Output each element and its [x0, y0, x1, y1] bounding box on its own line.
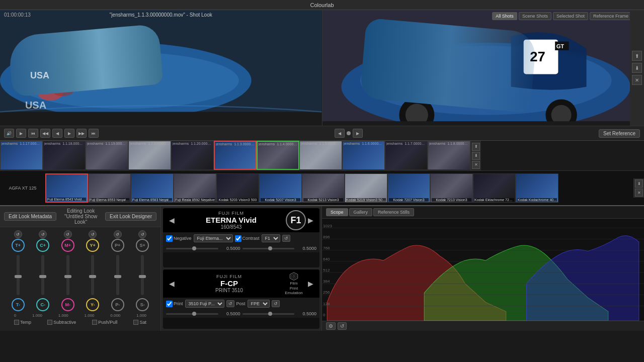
timeline-clip-5[interactable]: jensharms_1.1.3.00000000.mov [214, 141, 257, 170]
back-frame-btn[interactable]: ◀◀ [40, 129, 50, 138]
film-thumb-11[interactable]: Kodak Kodachrome 40... [516, 173, 558, 203]
knob-c[interactable]: C+ [36, 239, 49, 252]
film-thumb-6[interactable]: Kodak 5213 Vision3 [302, 173, 345, 203]
knob-p-reset[interactable]: ↺ [114, 230, 122, 238]
post-slider[interactable] [243, 313, 295, 315]
filmstrip-icon-2[interactable]: ✕ [635, 189, 643, 197]
timeline-indicator[interactable] [347, 131, 351, 135]
slider-m-thumb[interactable] [64, 275, 71, 278]
knob-m[interactable]: M+ [61, 239, 74, 252]
slider-m-track[interactable] [66, 255, 69, 295]
scope-settings-btn[interactable]: ⚙ [326, 322, 336, 330]
timeline-clip-4[interactable]: jensharms_1.1.20.00000000.mov [171, 141, 214, 170]
film-negative-slider[interactable] [166, 248, 218, 249]
edit-look-metadata-btn[interactable]: Edit Look Metadata [4, 212, 56, 221]
checkbox-temp-box[interactable] [14, 320, 19, 325]
film-nav-right[interactable]: ▶ [306, 216, 315, 224]
film-thumb-4[interactable]: Kodak 5203 Vision3 500 [216, 173, 259, 203]
knob-m2[interactable]: M- [61, 298, 74, 311]
knob-y[interactable]: Y+ [86, 239, 99, 252]
film-thumb-0[interactable]: Fuji Eterna 8543 Vivid Neg... [45, 173, 88, 203]
timeline-icon-1[interactable]: ⬆ [472, 143, 480, 151]
knob-y2[interactable]: Y- [86, 298, 99, 311]
knob-t[interactable]: T+ [12, 239, 25, 252]
checkbox-sat-box[interactable] [133, 320, 138, 325]
skip-start-btn[interactable]: ⏮ [28, 129, 38, 138]
print-print-refresh[interactable]: ↺ [226, 300, 234, 307]
film-negative-slider-thumb[interactable] [192, 246, 196, 250]
scope-refresh-btn[interactable]: ↺ [338, 322, 347, 330]
film-contrast-refresh[interactable]: ↺ [282, 235, 290, 242]
film-negative-select[interactable]: Fuji Eterna... [194, 234, 233, 242]
checkbox-subtractive-box[interactable] [47, 320, 52, 325]
set-reference-btn[interactable]: Set Reference [599, 129, 640, 138]
slider-t-track[interactable] [17, 255, 20, 295]
knob-s[interactable]: S+ [136, 239, 149, 252]
print-print-check[interactable] [166, 301, 173, 307]
film-thumb-5[interactable]: Kodak 5207 Vision3 [259, 173, 302, 203]
film-thumb-1[interactable]: Fuji Eterna 8553 Negative [88, 173, 131, 203]
next-frame-btn[interactable]: ▶▶ [76, 129, 87, 138]
slider-p-thumb[interactable] [114, 275, 121, 278]
tab-selected-shot[interactable]: Selected Shot [553, 12, 588, 20]
slider-y-thumb[interactable] [89, 275, 96, 278]
knob-t-reset[interactable]: ↺ [14, 230, 22, 238]
slider-c-track[interactable] [41, 255, 44, 295]
knob-t2[interactable]: T- [12, 298, 25, 311]
film-contrast-select[interactable]: F1 [262, 234, 280, 242]
film-thumb-2[interactable]: Fuji Eterna 8583 Negative [131, 173, 174, 203]
film-nav-left[interactable]: ◀ [167, 216, 177, 224]
knob-y-reset[interactable]: ↺ [89, 230, 97, 238]
forward-btn[interactable]: ▶ [16, 129, 26, 138]
print-nav-right[interactable]: ▶ [306, 280, 315, 288]
tab-reference-frame[interactable]: Reference Frame [590, 12, 632, 20]
scope-icon-2[interactable]: ⬇ [632, 63, 642, 73]
knob-c2[interactable]: C- [36, 298, 49, 311]
slider-p-track[interactable] [116, 255, 119, 295]
slider-s-track[interactable] [141, 255, 144, 295]
tab-reference-stills[interactable]: Reference Stills [373, 208, 414, 216]
timeline-clip-3[interactable]: jensharms_1.2.00000000.mov [128, 141, 171, 170]
print-slider[interactable] [166, 313, 218, 315]
slider-s-thumb[interactable] [139, 275, 146, 278]
timeline-clip-8[interactable]: jensharms_1.1.6.00000000.mov [342, 141, 385, 170]
film-contrast-check[interactable] [235, 235, 242, 242]
knob-s-reset[interactable]: ↺ [138, 230, 146, 238]
slider-y-track[interactable] [91, 255, 94, 295]
timeline-icon-2[interactable]: ⬇ [472, 152, 480, 160]
knob-p2[interactable]: P- [111, 298, 124, 311]
film-contrast-slider[interactable] [243, 248, 295, 249]
slider-t-thumb[interactable] [15, 275, 22, 278]
knob-c-reset[interactable]: ↺ [39, 230, 47, 238]
tab-scope[interactable]: Scope [326, 208, 348, 216]
timeline-icon-3[interactable]: ✕ [472, 161, 480, 169]
play-btn[interactable]: ▶ [64, 129, 74, 138]
skip-end-btn[interactable]: ⏭ [89, 129, 99, 138]
print-nav-left[interactable]: ◀ [167, 280, 177, 288]
tab-gallery[interactable]: Gallery [349, 208, 373, 216]
filmstrip-icon-1[interactable]: ⬇ [635, 179, 643, 188]
scope-icon-3[interactable]: ✕ [632, 75, 642, 85]
exit-look-designer-btn[interactable]: Exit Look Designer [105, 212, 156, 221]
print-post-refresh[interactable]: ↺ [272, 300, 280, 307]
film-contrast-slider-thumb[interactable] [268, 246, 272, 250]
film-thumb-10[interactable]: Kodak Ektachrome 7294 r... [473, 173, 516, 203]
timeline-clip-7[interactable]: jensharms_1.1.5.00000000.mov [299, 141, 342, 170]
film-thumb-7[interactable]: Kodak 5219 Vision3 500T [345, 173, 387, 203]
knob-s2[interactable]: S- [136, 298, 149, 311]
print-print-select[interactable]: 3510 Fuji P... [185, 300, 224, 308]
film-thumb-8[interactable]: Kodak 7207 Vision3 [387, 173, 430, 203]
post-slider-thumb[interactable] [268, 312, 272, 316]
tab-all-shots[interactable]: All Shots [492, 12, 517, 20]
prev-frame-btn[interactable]: ◀ [52, 129, 62, 138]
prev-clip-btn[interactable]: ◀ [335, 129, 345, 138]
timeline-clip-10[interactable]: jensharms_1.1.8.00000000.mov [428, 141, 470, 170]
timeline-clip-6[interactable]: jensharms_1.1.4.00000000.mov [257, 141, 299, 170]
print-post-select[interactable]: FPE [248, 300, 270, 308]
timeline-clip-0[interactable]: jensharms_1.1.17.00000000.mov [0, 141, 43, 170]
film-negative-check[interactable] [166, 235, 173, 242]
knob-p[interactable]: P+ [111, 239, 124, 252]
print-slider-thumb[interactable] [192, 312, 196, 316]
knob-m-reset[interactable]: ↺ [64, 230, 72, 238]
next-clip-btn[interactable]: ▶ [353, 129, 363, 138]
